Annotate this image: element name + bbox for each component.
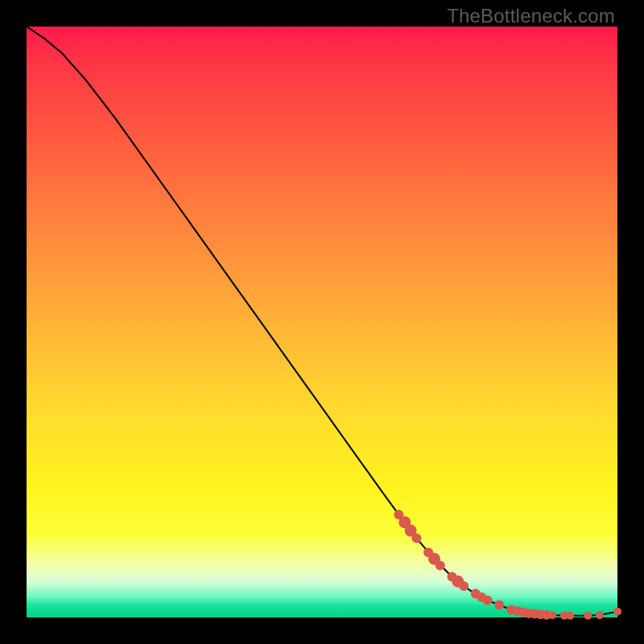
curve-markers bbox=[394, 510, 621, 620]
plot-area bbox=[27, 27, 617, 617]
curve-line bbox=[27, 27, 617, 616]
chart-svg bbox=[27, 27, 617, 617]
watermark-text: TheBottleneck.com bbox=[447, 5, 615, 27]
data-marker bbox=[459, 581, 469, 591]
data-marker bbox=[596, 611, 604, 619]
chart-frame: TheBottleneck.com bbox=[0, 0, 644, 644]
data-marker bbox=[436, 560, 445, 570]
data-marker bbox=[411, 534, 421, 543]
data-marker bbox=[548, 611, 556, 619]
data-marker bbox=[483, 596, 493, 605]
data-marker bbox=[494, 601, 504, 610]
data-marker bbox=[584, 612, 592, 620]
data-marker bbox=[566, 612, 574, 620]
data-marker bbox=[613, 608, 621, 616]
